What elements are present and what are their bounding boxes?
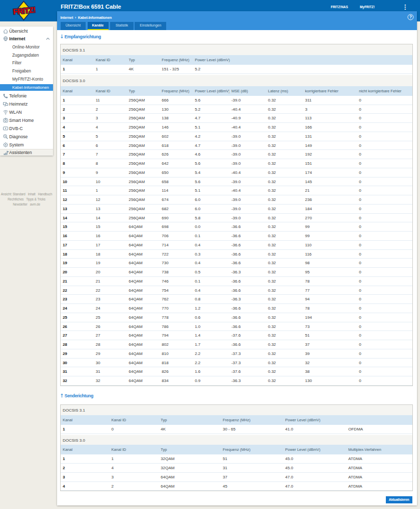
- svg-text:?: ?: [409, 14, 411, 19]
- svg-text:FRITZ!: FRITZ!: [13, 5, 36, 16]
